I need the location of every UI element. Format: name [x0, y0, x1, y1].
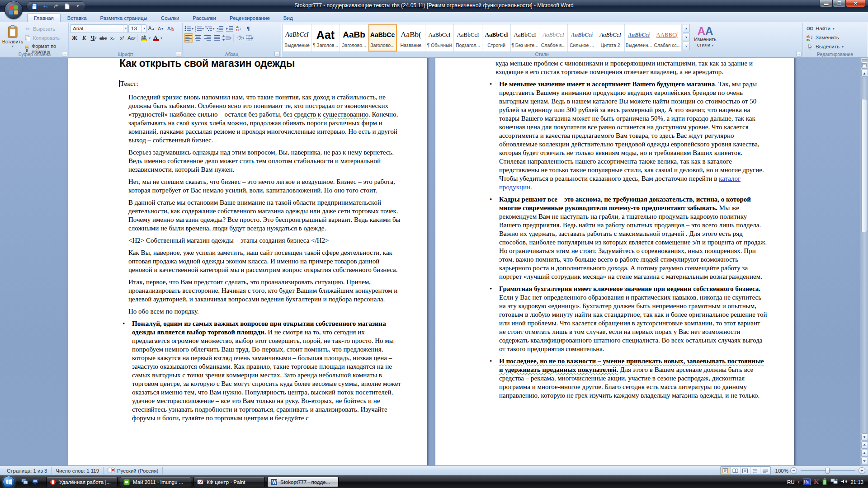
taskbar-button-0[interactable]: Удалённая работа |...	[46, 477, 118, 487]
close-button[interactable]: ✕	[846, 0, 865, 7]
zoom-slider-thumb[interactable]	[826, 468, 830, 474]
document-paragraph[interactable]: Как Вы, наверное, уже успели заметить, н…	[128, 249, 401, 274]
ruler-toggle-button[interactable]	[861, 61, 868, 69]
network-icon[interactable]	[830, 479, 838, 485]
scroll-down-button[interactable]: ▼	[861, 433, 868, 441]
battery-icon[interactable]	[822, 479, 827, 486]
style-item-5[interactable]: AaBbCcI¶ Обычный	[425, 24, 454, 52]
style-item-10[interactable]: AaBbCciСильное ...	[568, 24, 596, 52]
sort-button[interactable]: АЯ↓	[234, 24, 243, 33]
font-color-dropdown-arrow[interactable]: ▾	[160, 36, 162, 40]
document-paragraph[interactable]: <H2> Собственный магазин одежды – этапы …	[128, 236, 401, 245]
document-paragraph[interactable]: Но обо всем по порядку.	[128, 307, 401, 316]
taskbar-button-3[interactable]: WStokopt777 - подде...	[267, 477, 339, 487]
change-case-button[interactable]: Аа▾	[127, 33, 136, 42]
decrease-indent-button[interactable]	[215, 24, 224, 33]
split-handle[interactable]	[862, 59, 868, 61]
tray-expand-chevron[interactable]: ‹	[798, 479, 800, 485]
document-paragraph[interactable]: Всерьез задумавшись однажды над этим воп…	[128, 148, 401, 174]
paste-dropdown-arrow[interactable]: ▾	[12, 44, 14, 48]
style-item-13[interactable]: AABBC(Слабая сс...	[653, 24, 682, 52]
styles-scroll-up-button[interactable]: ▲	[683, 24, 690, 33]
highlight-button[interactable]: ab	[139, 33, 148, 42]
bullets-button[interactable]: ▾	[184, 24, 194, 33]
replace-button[interactable]: abac Заменить	[804, 33, 866, 42]
find-button[interactable]: Найти▾	[804, 24, 866, 33]
font-size-combobox[interactable]: 13▾	[128, 24, 146, 33]
increase-indent-button[interactable]	[225, 24, 234, 33]
numbering-button[interactable]: 123▾	[194, 24, 204, 33]
start-button[interactable]	[3, 476, 15, 488]
superscript-button[interactable]: x²	[118, 33, 127, 42]
paragraph-dialog-launcher[interactable]: ⌟	[274, 51, 280, 56]
style-item-9[interactable]: AaBbCcIСлабое в...	[539, 24, 568, 52]
font-color-button[interactable]: А	[151, 33, 160, 42]
document-paragraph[interactable]: куда меньше проблем с чиновниками и пров…	[495, 59, 768, 76]
document-paragraph[interactable]: Итак, первое, что Вам предстоит сделать,…	[128, 278, 401, 304]
highlight-dropdown-arrow[interactable]: ▾	[149, 36, 151, 40]
zoom-out-button[interactable]: −	[790, 467, 797, 474]
document-page-2[interactable]: куда меньше проблем с чиновниками и пров…	[435, 58, 794, 465]
document-paragraph[interactable]: Нет, мы не спешим сказать, что бизнес – …	[128, 178, 401, 195]
subscript-button[interactable]: x₂	[108, 33, 117, 42]
clock[interactable]: 21:13	[850, 479, 863, 485]
bullet-list-item[interactable]: •Грамотная бухгалтерия имеет ключевое зн…	[486, 285, 768, 353]
style-item-3[interactable]: AaBbCcЗаголово...	[368, 24, 397, 52]
styles-scroll-down-button[interactable]: ▼	[683, 33, 690, 42]
document-label[interactable]: Текст:	[119, 80, 401, 88]
volume-icon[interactable]	[841, 479, 847, 485]
outline-view-button[interactable]	[750, 467, 760, 474]
font-name-combobox[interactable]: Arial▾	[70, 24, 128, 33]
ribbon-tab-0[interactable]: Главная	[27, 14, 61, 22]
borders-button[interactable]: ▾	[245, 33, 254, 42]
font-dialog-launcher[interactable]: ⌟	[176, 51, 181, 56]
align-right-button[interactable]	[203, 33, 212, 42]
scroll-up-button[interactable]: ▲	[861, 70, 868, 77]
previous-page-button[interactable]: ⏶	[861, 441, 868, 449]
scrollbar-track[interactable]	[861, 77, 868, 433]
language-bar-badge[interactable]: Ru	[803, 479, 811, 485]
ribbon-tab-2[interactable]: Разметка страницы	[94, 14, 154, 22]
draft-view-button[interactable]	[760, 467, 770, 474]
style-item-8[interactable]: AaBbCcI¶ Без инте...	[511, 24, 539, 52]
word-count[interactable]: Число слов: 1 119	[52, 467, 104, 474]
show-paragraph-marks-button[interactable]: ¶	[244, 24, 253, 33]
copy-button[interactable]: Копировать	[23, 34, 67, 42]
zoom-slider[interactable]	[801, 470, 855, 471]
zoom-in-button[interactable]: +	[859, 467, 865, 474]
align-center-button[interactable]	[193, 33, 203, 42]
show-desktop-icon[interactable]	[32, 479, 39, 486]
paste-button[interactable]: Вставить ▾	[2, 23, 23, 51]
style-item-6[interactable]: AaBbCcIПодзагол...	[454, 24, 482, 52]
scrollbar-thumb[interactable]	[861, 99, 867, 232]
style-item-4[interactable]: AaBb(Название	[397, 24, 425, 52]
shrink-font-button[interactable]: А▼	[156, 24, 165, 33]
document-heading[interactable]: Как открыть свой магазин одежды	[119, 59, 401, 68]
office-button[interactable]	[5, 1, 23, 19]
clipboard-dialog-launcher[interactable]: ⌟	[62, 51, 67, 56]
bullet-list-item[interactable]: •Пожалуй, одним из самых важных вопросов…	[119, 319, 401, 422]
antivirus-icon[interactable]: K	[813, 478, 819, 486]
proofing-status[interactable]: Русский (Россия)	[104, 467, 163, 474]
bullet-list-item[interactable]: •И последнее, но не по важности – умение…	[486, 357, 768, 400]
cut-button[interactable]: ✂ Вырезать	[23, 25, 67, 33]
document-paragraph[interactable]: В данной статье мы остановим Ваше вниман…	[128, 198, 401, 233]
browse-object-button[interactable]: ●	[861, 450, 868, 457]
restore-button[interactable]: ❐	[833, 0, 846, 7]
align-left-button[interactable]	[184, 33, 193, 42]
strikethrough-button[interactable]: abc	[99, 33, 108, 42]
font-name-dropdown-arrow[interactable]: ▾	[123, 25, 127, 33]
language-indicator[interactable]: RU	[787, 479, 795, 485]
bullet-list-item[interactable]: •Кадры решают все – это аксиома, не треб…	[486, 195, 768, 281]
bold-button[interactable]: Ж	[70, 33, 79, 42]
style-item-7[interactable]: AaBbCclСтрогий	[482, 24, 511, 52]
style-item-2[interactable]: AaBbЗаголово...	[340, 24, 368, 52]
ribbon-tab-6[interactable]: Вид	[277, 14, 300, 22]
style-item-1[interactable]: Aat¶ Заголов...	[311, 24, 340, 52]
italic-button[interactable]: К	[80, 33, 89, 42]
minimize-button[interactable]: ▬	[820, 0, 833, 7]
document-page-1[interactable]: Как открыть свой магазин одеждыТекст:Пос…	[68, 58, 427, 465]
style-item-11[interactable]: AaBbCcIЦитата 2	[596, 24, 625, 52]
styles-more-button[interactable]: ⊽	[683, 42, 690, 50]
multilevel-list-button[interactable]: ▾	[205, 24, 215, 33]
